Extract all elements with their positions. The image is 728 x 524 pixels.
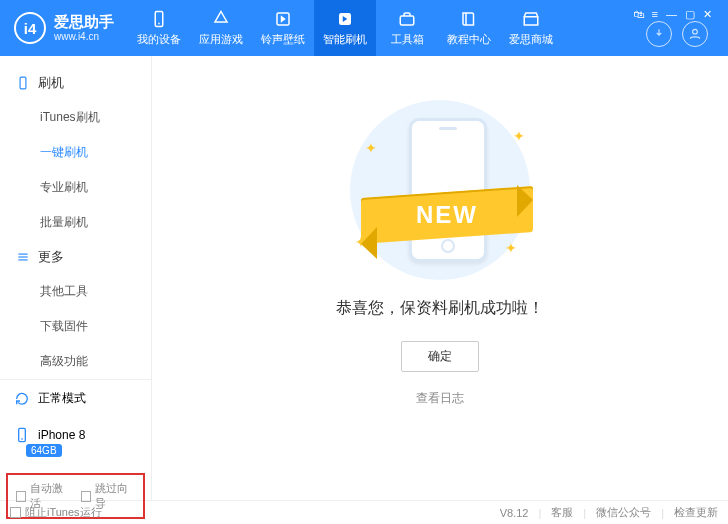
book-icon [460,10,478,28]
success-illustration: ✦ ✦ ✦ ✦ NEW [335,100,545,280]
device-phone-icon [14,427,30,443]
close-icon[interactable]: ✕ [703,8,712,21]
footer-link-update[interactable]: 检查更新 [674,505,718,520]
minimize-icon[interactable]: — [666,8,677,21]
menu-icon[interactable]: ≡ [652,8,658,21]
brand-title: 爱思助手 [54,14,114,31]
checkbox-block-itunes[interactable]: 阻止iTunes运行 [10,505,102,520]
sparkle-icon: ✦ [505,240,517,256]
sidebar: 刷机 iTunes刷机 一键刷机 专业刷机 批量刷机 更多 其他工具 下载固件 … [0,56,152,500]
checkbox-box-icon [16,491,26,502]
view-log-link[interactable]: 查看日志 [152,390,728,407]
sidebar-group-flash: 刷机 [0,66,151,100]
sparkle-icon: ✦ [365,140,377,156]
store-icon [522,10,540,28]
brand: i4 爱思助手 www.i4.cn [0,12,128,44]
main-content: ✦ ✦ ✦ ✦ NEW 恭喜您，保资料刷机成功啦！ 确定 查看日志 [152,56,728,500]
cart-icon[interactable]: 🛍 [633,8,644,21]
svg-point-6 [693,29,698,34]
nav-apps-games[interactable]: 应用游戏 [190,0,252,56]
sidebar-group-more: 更多 [0,240,151,274]
music-icon [274,10,292,28]
mode-label: 正常模式 [38,390,86,407]
nav-smart-flash[interactable]: 智能刷机 [314,0,376,56]
device-name: iPhone 8 [38,428,85,442]
sparkle-icon: ✦ [513,128,525,144]
mode-card[interactable]: 正常模式 [0,380,151,417]
sidebar-item-oneclick-flash[interactable]: 一键刷机 [0,135,151,170]
download-icon [652,27,666,41]
phone-outline-icon [16,76,30,90]
refresh-icon [14,391,30,407]
sidebar-item-advanced[interactable]: 高级功能 [0,344,151,379]
hamburger-icon [16,250,30,264]
nav-my-device[interactable]: 我的设备 [128,0,190,56]
nav-ringtone-wallpaper[interactable]: 铃声壁纸 [252,0,314,56]
sidebar-item-itunes-flash[interactable]: iTunes刷机 [0,100,151,135]
storage-badge: 64GB [26,444,62,457]
footer-link-support[interactable]: 客服 [551,505,573,520]
nav-tutorials[interactable]: 教程中心 [438,0,500,56]
svg-rect-4 [400,16,414,25]
footer-link-wechat[interactable]: 微信公众号 [596,505,651,520]
sidebar-item-other-tools[interactable]: 其他工具 [0,274,151,309]
checkbox-box-icon [10,507,21,518]
svg-rect-7 [20,77,26,89]
maximize-icon[interactable]: ▢ [685,8,695,21]
sidebar-item-pro-flash[interactable]: 专业刷机 [0,170,151,205]
window-controls: 🛍 ≡ — ▢ ✕ [623,4,722,25]
phone-icon [150,10,168,28]
header-bar: i4 爱思助手 www.i4.cn 我的设备 应用游戏 铃声壁纸 智能刷机 工具… [0,0,728,56]
checkbox-box-icon [81,491,91,502]
top-nav: 我的设备 应用游戏 铃声壁纸 智能刷机 工具箱 教程中心 爱思商城 [128,0,562,56]
device-card[interactable]: iPhone 8 [0,417,151,443]
version-label: V8.12 [500,507,529,519]
nav-toolbox[interactable]: 工具箱 [376,0,438,56]
nav-store[interactable]: 爱思商城 [500,0,562,56]
brand-logo-icon: i4 [14,12,46,44]
sidebar-item-batch-flash[interactable]: 批量刷机 [0,205,151,240]
brand-subtitle: www.i4.cn [54,31,114,42]
success-message: 恭喜您，保资料刷机成功啦！ [152,298,728,319]
user-icon [688,27,702,41]
ok-button[interactable]: 确定 [401,341,479,372]
flash-icon [336,10,354,28]
sidebar-item-download-firmware[interactable]: 下载固件 [0,309,151,344]
toolbox-icon [398,10,416,28]
apps-icon [212,10,230,28]
